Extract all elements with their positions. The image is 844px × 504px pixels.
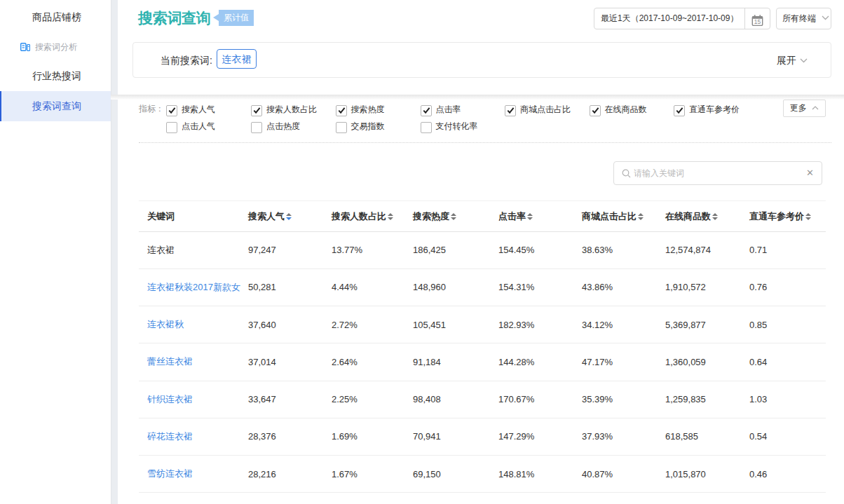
svg-text:15: 15	[754, 18, 761, 25]
